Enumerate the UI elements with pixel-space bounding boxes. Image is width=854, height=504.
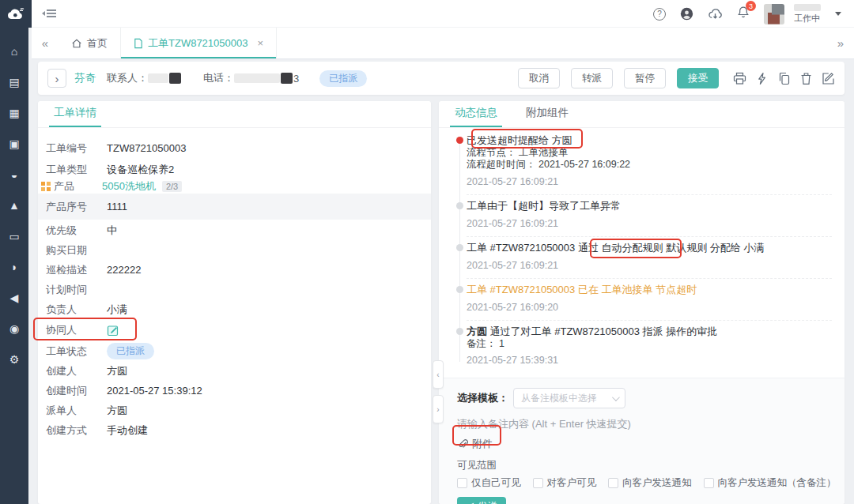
timeline-dot: [456, 202, 463, 209]
sidebar-item-settings[interactable]: ⚙: [0, 344, 28, 374]
timeline-title-warning: 工单 #TZW8721050003 已在 工单池接单 节点超时: [467, 284, 832, 296]
sidebar-item-warehouse[interactable]: ▲: [0, 190, 28, 220]
phone-field: 电话： 3: [203, 71, 299, 85]
phone-visible-digit: 3: [293, 73, 299, 85]
accept-button[interactable]: 接受: [677, 68, 719, 88]
service-desk-icon: ◒: [11, 168, 17, 181]
copy-icon[interactable]: [777, 72, 791, 85]
sidebar-item-announcements[interactable]: ◀: [0, 282, 28, 313]
tab-activity-feed[interactable]: 动态信息: [455, 106, 497, 127]
timeline-timestamp: 2021-05-27 16:09:21: [467, 175, 832, 188]
document-icon: [134, 38, 143, 49]
timeline-item: 工单由于【超时】导致了工单异常 2021-05-27 16:09:21: [467, 195, 832, 237]
app-window: ? 3 工作中: [0, 0, 854, 504]
visibility-label: 可见范围: [457, 459, 830, 472]
devices-icon: ◉: [9, 322, 19, 335]
print-icon[interactable]: [733, 72, 746, 85]
sidebar-item-service-desk[interactable]: ◒: [0, 159, 28, 190]
sidebar-item-workbench[interactable]: ▭: [0, 220, 28, 251]
tab-home[interactable]: 首页: [59, 28, 120, 58]
sidebar-item-contacts[interactable]: ▣: [0, 128, 28, 159]
note-input[interactable]: 请输入备注内容 (Alt + Enter 快速提交): [457, 417, 830, 431]
billing-icon: ▦: [9, 107, 19, 119]
phone-redacted-dark: [281, 73, 293, 84]
template-select[interactable]: 从备注模板中选择: [513, 388, 625, 408]
sidebar-item-home[interactable]: ⌂: [0, 36, 28, 66]
sidebar-item-billing[interactable]: ▦: [0, 97, 28, 128]
home-icon: [71, 38, 82, 49]
option-customer-visible[interactable]: 对客户可见: [533, 476, 597, 490]
pause-button[interactable]: 暂停: [624, 68, 666, 88]
product-link[interactable]: 5050洗地机: [102, 179, 156, 194]
user-status: 工作中: [794, 13, 820, 24]
user-info[interactable]: 工作中: [794, 4, 821, 24]
work-order-status-badge: 已指派: [107, 343, 154, 359]
field-order-type: 工单类型 设备巡检保养2: [38, 159, 431, 180]
work-order-header: › 芬奇 联系人： 电话： 3 已指派 取消 转派 暂停 接受: [38, 62, 845, 95]
field-label: 产品: [54, 179, 102, 194]
timeline-item: 已发送超时提醒给 方圆 流程节点： 工单池接单 流程超时时间： 2021-05-…: [467, 130, 832, 195]
close-tab-icon[interactable]: ×: [257, 37, 263, 49]
phone-label: 电话：: [203, 71, 234, 85]
option-label: 向客户发送通知: [622, 476, 692, 490]
delete-icon[interactable]: [799, 72, 813, 85]
attachment-button[interactable]: 附件: [457, 437, 493, 451]
field-value: 中: [107, 224, 117, 238]
checkbox[interactable]: [457, 478, 467, 488]
option-notify-customer-with-note[interactable]: 向客户发送通知（含备注）: [704, 476, 837, 490]
help-icon[interactable]: ?: [653, 8, 666, 21]
checkbox[interactable]: [533, 478, 543, 488]
sidebar-item-partners[interactable]: ◗: [0, 251, 28, 282]
timeline-title: 已发送超时提醒给 方圆: [467, 134, 832, 147]
send-label: 发送: [478, 500, 498, 504]
sidebar-item-work-orders[interactable]: ▤: [0, 66, 28, 97]
chevron-down-icon[interactable]: [835, 12, 841, 19]
field-value: 222222: [107, 264, 141, 276]
timeline-title: 方圆 通过了对工单 #TZW8721050003 指派 操作的审批: [467, 325, 832, 338]
sidebar-item-devices[interactable]: ◉: [0, 313, 28, 344]
cloud-wrench-logo-icon: [6, 7, 25, 21]
status-badge: 已指派: [319, 70, 367, 87]
field-label: 工单编号: [46, 141, 107, 156]
option-notify-customer[interactable]: 向客户发送通知: [608, 476, 692, 490]
timeline-dot: [456, 328, 463, 335]
checkbox[interactable]: [704, 478, 714, 488]
cloud-download-icon[interactable]: [708, 7, 723, 21]
timeline-dot-alert: [456, 137, 463, 144]
requester-name[interactable]: 芬奇: [74, 71, 96, 85]
edit-collaborator-icon[interactable]: [107, 324, 119, 337]
transfer-button[interactable]: 转派: [571, 68, 613, 88]
quick-action-bolt-icon[interactable]: [755, 72, 769, 85]
tab-work-order-detail[interactable]: 工单详情: [54, 106, 96, 127]
collapse-left-panel-handle[interactable]: ‹: [433, 360, 444, 389]
expand-panel-button[interactable]: ›: [47, 69, 66, 88]
contact-redacted: [148, 73, 168, 83]
send-button[interactable]: 发送: [457, 497, 506, 504]
collapse-menu-icon[interactable]: [40, 9, 56, 17]
edit-icon[interactable]: [822, 72, 835, 85]
field-value: 1111: [107, 201, 127, 213]
tabs-scroll-left-icon[interactable]: «: [32, 28, 59, 58]
template-select-placeholder: 从备注模板中选择: [521, 392, 597, 405]
support-agent-icon[interactable]: [680, 7, 693, 21]
field-label: 协同人: [46, 323, 107, 337]
cancel-button[interactable]: 取消: [518, 68, 560, 88]
timeline-timestamp: 2021-05-27 16:09:21: [467, 259, 832, 272]
tab-work-order-label: 工单TZW8721050003: [148, 36, 248, 51]
tabs-scroll-right-icon[interactable]: »: [827, 28, 854, 58]
notifications-bell[interactable]: 3: [737, 6, 750, 22]
collapse-right-panel-handle[interactable]: ›: [433, 395, 444, 423]
option-only-me[interactable]: 仅自己可见: [457, 476, 521, 490]
timeline-dot: [456, 244, 463, 251]
app-logo[interactable]: [0, 0, 32, 28]
field-value: 2021-05-27 15:39:12: [107, 385, 202, 397]
user-avatar[interactable]: [764, 4, 784, 24]
timeline-title: 工单 #TZW8721050003 通过 自动分配规则 默认规则 分配给 小满: [467, 242, 832, 254]
activity-panel: 动态信息 附加组件 已发送超时提醒给 方圆 流程节点： 工单池接单 流程超时时间…: [439, 101, 845, 504]
tab-work-order[interactable]: 工单TZW8721050003 ×: [120, 28, 277, 58]
field-create-method: 创建方式 手动创建: [38, 420, 431, 440]
field-order-no: 工单编号 TZW8721050003: [38, 137, 431, 159]
field-value: 方圆: [107, 404, 127, 418]
tab-addons[interactable]: 附加组件: [526, 106, 569, 127]
checkbox[interactable]: [608, 478, 618, 488]
